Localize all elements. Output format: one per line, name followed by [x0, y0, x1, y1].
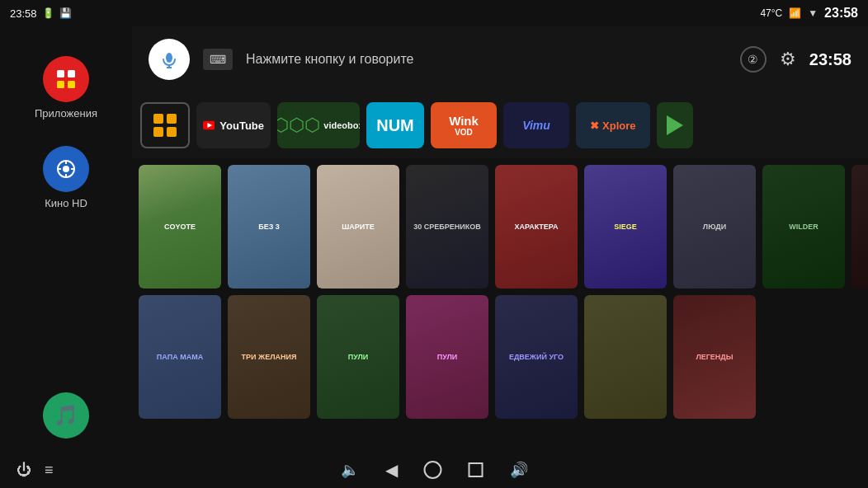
apps-label: Приложения [35, 107, 97, 120]
menu-icon[interactable]: ≡ [45, 462, 54, 479]
status-time-left: 23:58 [10, 7, 37, 20]
svg-point-5 [63, 166, 69, 172]
svg-rect-16 [167, 127, 177, 137]
wifi-icon: 📶 [789, 7, 801, 19]
status-bar: 23:58 🔋 💾 47°C 📶 ▼ 23:58 [0, 0, 868, 26]
youtube-label: YouTube [219, 120, 264, 132]
movie-card[interactable]: ПАПА МАМА [139, 295, 221, 419]
movie-card[interactable] [584, 295, 667, 419]
voice-button[interactable] [149, 39, 190, 80]
movie-card[interactable]: ЕДВЕЖИЙ УГО [495, 295, 578, 419]
status-time-right: 23:58 [824, 6, 858, 21]
battery-icon: 🔋 [42, 7, 54, 19]
stop-icon[interactable] [469, 462, 484, 477]
keyboard-button[interactable]: ⌨ [203, 49, 233, 70]
svg-rect-0 [57, 70, 64, 77]
svg-rect-3 [68, 81, 75, 88]
voice-section: ⌨ Нажмите кнопку и говорите ② ⚙ 23:58 [132, 26, 868, 92]
svg-rect-15 [153, 127, 163, 137]
svg-rect-2 [57, 81, 64, 88]
svg-rect-14 [167, 114, 177, 124]
wink-vod-label: VOD [455, 128, 473, 137]
svg-rect-13 [153, 114, 163, 124]
movies-row-1: COYOTE БЕЗ 3 ШАРИТЕ 30 СРЕБРЕНИКОВ ХАРАК… [139, 165, 861, 289]
movie-card[interactable]: COYOTE [139, 165, 221, 289]
xplore-label: ✖ Xplore [590, 120, 635, 132]
sidebar-item-kinohd[interactable]: Кино HD [0, 133, 132, 223]
app-wink[interactable]: Wink VOD [431, 102, 497, 148]
app-xplore[interactable]: ✖ Xplore [576, 102, 650, 148]
movie-card[interactable]: WILDER [762, 165, 845, 289]
svg-marker-19 [667, 115, 683, 135]
movie-card[interactable]: 30 СРЕБРЕНИКОВ [406, 165, 488, 289]
kinohd-label: Кино HD [45, 197, 87, 209]
movie-card[interactable]: SIEGE [584, 165, 667, 289]
taskbar-left: ⏻ ≡ [17, 462, 54, 479]
power-icon[interactable]: ⏻ [17, 462, 31, 479]
status-right: 47°C 📶 ▼ 23:58 [760, 6, 858, 21]
top-time: 23:58 [809, 50, 851, 69]
sidebar-item-bottom[interactable]: 🎵 [0, 379, 132, 452]
app-playstore[interactable] [657, 102, 693, 148]
movie-card[interactable]: ЛЮДИ [673, 165, 756, 289]
signal-icon: ▼ [808, 7, 818, 19]
movie-card[interactable]: ПУЛИ [406, 295, 488, 419]
back-icon[interactable]: ◀ [385, 460, 398, 480]
app-vimu[interactable]: Vimu [503, 102, 569, 148]
sidebar: Приложения Кино HD 🎵 [0, 26, 132, 452]
movies-area: COYOTE БЕЗ 3 ШАРИТЕ 30 СРЕБРЕНИКОВ ХАРАК… [132, 158, 868, 488]
movies-row-2: ПАПА МАМА ТРИ ЖЕЛАНИЯ ПУЛИ ПУЛИ ЕДВЕЖИЙ … [139, 295, 861, 419]
temperature-label: 47°C [760, 7, 782, 19]
kinohd-icon [43, 146, 89, 192]
status-left: 23:58 🔋 💾 [10, 7, 72, 20]
movie-card[interactable]: БЕЗ 3 [228, 165, 310, 289]
movie-card[interactable]: ПУЛИ [317, 295, 399, 419]
app-num[interactable]: NUM [366, 102, 424, 148]
taskbar: ⏻ ≡ 🔈 ◀ 🔊 [0, 452, 868, 488]
notification-icon[interactable]: ② [740, 46, 767, 73]
app-grid[interactable] [140, 102, 190, 148]
sd-icon: 💾 [59, 7, 72, 19]
taskbar-center: 🔈 ◀ 🔊 [341, 460, 528, 480]
settings-icon[interactable]: ⚙ [780, 49, 796, 70]
bottom-icon: 🎵 [43, 392, 89, 439]
movie-card[interactable]: Thicker Water [851, 165, 868, 289]
volume-up-icon[interactable]: 🔊 [510, 461, 528, 479]
svg-rect-1 [68, 70, 75, 77]
svg-point-10 [166, 53, 172, 63]
wink-label: Wink [449, 114, 479, 128]
num-label: NUM [376, 116, 414, 135]
movie-card[interactable]: ЛЕГЕНДЫ [673, 295, 756, 419]
app-videobox[interactable]: ⬡⬡⬡ videobox [277, 102, 360, 148]
home-icon[interactable] [424, 461, 442, 479]
movie-card[interactable]: ХАРАКТЕРА [495, 165, 578, 289]
volume-down-icon[interactable]: 🔈 [341, 461, 359, 479]
movie-card[interactable]: ШАРИТЕ [317, 165, 399, 289]
movie-card[interactable]: ТРИ ЖЕЛАНИЯ [228, 295, 310, 419]
vimu-label: Vimu [522, 119, 550, 132]
sidebar-item-apps[interactable]: Приложения [0, 43, 132, 133]
videobox-label: videobox [323, 120, 360, 130]
voice-hint-text: Нажмите кнопку и говорите [246, 52, 727, 67]
app-youtube[interactable]: YouTube [196, 102, 271, 148]
apps-icon [43, 56, 89, 102]
top-right-icons: ② ⚙ 23:58 [740, 46, 851, 73]
apps-section: YouTube ⬡⬡⬡ videobox NUM Wink VOD Vimu ✖… [132, 92, 868, 158]
